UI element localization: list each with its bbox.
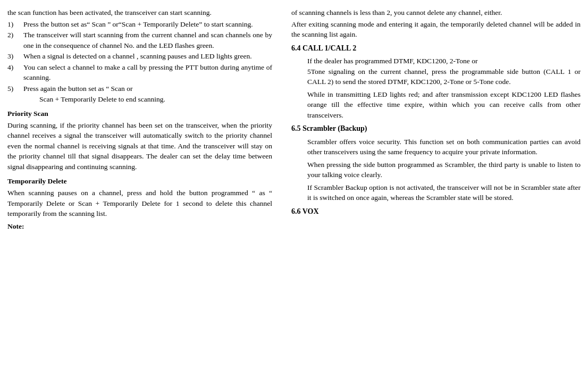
section65-title: 6.5 Scrambler (Backup) (291, 123, 581, 134)
item1-num: 1) (7, 19, 23, 30)
section64-para1: If the dealer has programmed DTMF, KDC12… (291, 56, 581, 66)
section64-title: 6.4 CALL 1/CALL 2 (291, 43, 581, 54)
item1-content: Press the button set as“ Scan ” or“Scan … (23, 19, 272, 30)
list-item-2: 2) The transceiver will start scanning f… (7, 30, 272, 51)
list-item-4: 4) You can select a channel to make a ca… (7, 62, 272, 83)
item4-content: You can select a channel to make a call … (23, 62, 272, 83)
item5-num: 5) (7, 83, 23, 104)
temp-delete-heading: Temporarily Delete (7, 176, 272, 187)
section64-para2: 5Tone signaling on the current channel, … (291, 66, 581, 87)
item3-num: 3) (7, 51, 23, 62)
note-heading: Note: (7, 222, 24, 230)
section65-para3: If Scrambler Backup option is not activa… (291, 182, 581, 203)
intro-text: the scan function has been activated, th… (7, 7, 272, 18)
item2-content: The transceiver will start scanning from… (23, 30, 272, 51)
right-column: of scanning channels is less than 2, you… (282, 5, 588, 380)
item5-line2: Scan + Temporarily Delete to end scannin… (23, 95, 165, 103)
item5-content: Press again the button set as “ Scan or … (23, 83, 272, 104)
list-item-1: 1) Press the button set as“ Scan ” or“Sc… (7, 19, 272, 30)
item5-line1: Press again the button set as “ Scan or (23, 85, 132, 93)
section65-para2: When pressing the side button programmed… (291, 160, 581, 180)
right-intro-2: After exiting scanning mode and entering… (291, 19, 581, 40)
priority-scan-text: During scanning, if the priority channel… (7, 120, 272, 172)
item2-num: 2) (7, 30, 23, 51)
priority-scan-heading: Priority Scan (7, 108, 272, 119)
item4-num: 4) (7, 62, 23, 83)
section64-para3: While in transmitting LED lights red; an… (291, 89, 581, 121)
item3-content: When a signal is detected on a channel ,… (23, 51, 272, 62)
section66-title: 6.6 VOX (291, 206, 581, 217)
list-item-3: 3) When a signal is detected on a channe… (7, 51, 272, 62)
left-column: the scan function has been activated, th… (0, 5, 282, 380)
section65-para1: Scrambler offers voice security. This fu… (291, 137, 581, 157)
list-item-5: 5) Press again the button set as “ Scan … (7, 83, 272, 104)
right-intro-1: of scanning channels is less than 2, you… (291, 7, 581, 18)
temp-delete-text: When scanning pauses on a channel, press… (7, 188, 272, 219)
